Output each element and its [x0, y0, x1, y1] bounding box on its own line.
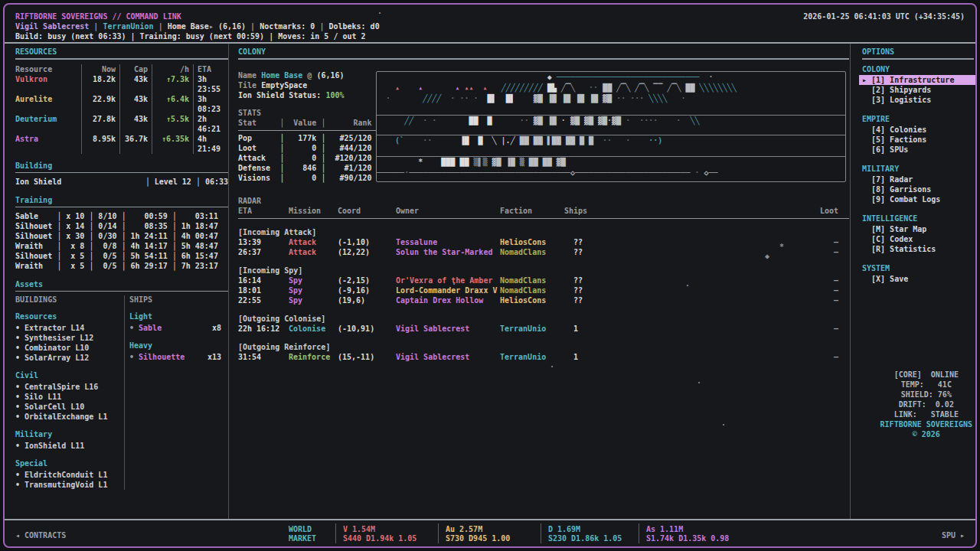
radar-faction: NomadClans	[500, 285, 564, 295]
radar-eta: 31:54	[238, 352, 289, 362]
colony-name[interactable]: Home Base	[261, 71, 302, 80]
colony-info: Name Home Base @ (6,16) Tile EmptySpace …	[238, 70, 345, 100]
option-item-spus[interactable]: [6] SPUs	[862, 145, 974, 155]
option-item-infrastructure[interactable]: ▸ [1] Infrastructure	[859, 75, 977, 85]
dolbeks: Dolbeks: d0	[328, 22, 379, 31]
map-art-segment: █▌	[488, 94, 497, 103]
option-item-factions[interactable]: [5] Factions	[862, 135, 974, 145]
building-group-label: Resources	[15, 311, 119, 321]
bullet-icon: •	[129, 324, 139, 332]
radar-eta: 22h 16:12	[238, 324, 289, 334]
building-item: • OrbitalExchange L1	[15, 412, 119, 422]
option-item-colonies[interactable]: [4] Colonies	[862, 125, 974, 135]
radar-row[interactable]: 31:54Reinforce(15,-11)Vigil SablecrestTe…	[238, 352, 849, 362]
market-cell[interactable]: V 1.54MS440 D1.94k 1.05	[335, 523, 416, 543]
radar-row[interactable]: 22h 16:12Colonise(-10,91)Vigil Sablecres…	[238, 324, 849, 334]
option-item-save[interactable]: [X] Save	[862, 274, 974, 284]
radar-row[interactable]: 13:39Attack(-1,10)TessaluneHeliosCons??–	[238, 237, 849, 247]
building-item: • TransmutingVoid L1	[15, 480, 119, 490]
resource-cap: 43k	[119, 74, 152, 94]
base-coord: (6,16)	[218, 22, 246, 31]
market-cell[interactable]: D 1.69MS230 D1.86k 1.05	[541, 523, 622, 543]
assets-divider	[124, 295, 125, 490]
col-mission: Mission	[289, 206, 338, 216]
map-art-row: ╱╱ · · ██ █ ·· ▓█ ▐█ · ▓█ ▓█ ▓█·▓█ · ···…	[377, 116, 845, 126]
option-item-logistics[interactable]: [3] Logistics	[862, 95, 974, 105]
building-name: Ion Shield	[15, 177, 61, 187]
market-cell[interactable]: Au 2.57MS730 D945 1.00	[438, 523, 510, 543]
option-item-statistics[interactable]: [R] Statistics	[862, 244, 974, 254]
option-item-garrisons[interactable]: [8] Garrisons	[862, 184, 974, 194]
player-status-line: Vigil Sablecrest | TerranUnion | Home Ba…	[15, 22, 380, 31]
spu-nav[interactable]: SPU ▸	[942, 531, 965, 540]
radar-group-label: [Outgoing Colonise]	[238, 314, 849, 324]
command-header: RIFTBORNE SOVEREIGNS // COMMAND LINK 202…	[12, 8, 968, 42]
radar-group-label: [Incoming Attack]	[238, 227, 849, 237]
col-eta: ETA	[238, 206, 289, 216]
radar-row[interactable]: 26:37Attack(12,22)Solun the Star-MarkedN…	[238, 247, 849, 257]
radar-mission: Attack	[289, 237, 338, 247]
ship-label: Silhouette	[139, 353, 185, 361]
radar-ships: ??	[564, 276, 601, 285]
radar-block: RADAR ETA Mission Coord Owner Faction Sh…	[238, 196, 849, 362]
market-cell[interactable]: As 1.11MS1.74k D1.35k 0.98	[639, 523, 729, 543]
options-section: INTELLIGENCE [M] Star Map [C] Codex [R] …	[862, 214, 974, 254]
mid-right-divider	[850, 44, 851, 519]
stat-row: Loot │ 0 │ #44/120	[238, 143, 381, 153]
radar-row[interactable]: 22:55Spy(19,6)Captain Drex HollowHeliosC…	[238, 295, 849, 305]
radar-faction: HeliosCons	[500, 237, 564, 247]
option-item-radar[interactable]: [7] Radar	[862, 174, 974, 184]
col-faction: Faction	[500, 206, 564, 216]
radar-coord: (-9,16)	[338, 285, 396, 295]
map-art-segment: ╱╱╱╱	[423, 94, 441, 103]
training-row: Sable │ x 10 │ 8/10 │ 00:59 │ 03:11	[15, 211, 228, 221]
star-icon: ·	[721, 422, 726, 429]
map-art-segment	[377, 116, 404, 125]
core-status-block: [CORE] ONLINETEMP: 41CSHIELD: 76%DRIFT: …	[880, 370, 972, 439]
map-art-segment: ╱╱	[404, 116, 413, 125]
map-art-segment: (`	[395, 136, 404, 145]
radar-faction: TerranUnio	[500, 352, 564, 362]
radar-row[interactable]: 16:14Spy(-2,15)Or'Vexra of the AmberNoma…	[238, 276, 849, 285]
radar-eta: 26:37	[238, 247, 289, 257]
radar-rule	[238, 218, 849, 219]
radar-row[interactable]: 18:01Spy(-9,16)Lord-Commander Draxx VNom…	[238, 285, 849, 295]
resource-name: Deuterium	[15, 114, 81, 134]
star-icon: ·	[685, 283, 690, 289]
map-art-segment	[423, 158, 441, 166]
col-ships: Ships	[564, 206, 601, 216]
map-art-segment	[377, 136, 395, 145]
radar-faction: TerranUnio	[500, 324, 564, 334]
radar-mission: Attack	[289, 247, 338, 257]
map-art-row: · ╱╱╱╱ · ·· · █▌ █▌ ▓█ ▐█ ▐█ ▐█ ▐█ ▓█ ··…	[377, 93, 845, 104]
stats-rule	[238, 130, 381, 131]
map-band: ◆ ─────────────────────────────── · ▴ ▴ …	[377, 72, 845, 116]
option-item-star-map[interactable]: [M] Star Map	[862, 224, 974, 234]
option-item-shipyards[interactable]: [2] Shipyards	[862, 85, 974, 95]
building-group-label: Military	[15, 429, 119, 439]
ship-name: • Silhouette	[129, 352, 185, 362]
resource-name: Astra	[15, 134, 81, 154]
option-item-codex[interactable]: [C] Codex	[862, 234, 974, 244]
ship-item: • Sablex8	[129, 323, 221, 333]
map-art-segment: ▴▴	[464, 83, 473, 92]
col-resource: Resource	[15, 64, 81, 74]
option-item-combat-logs[interactable]: [9] Combat Logs	[862, 194, 974, 204]
options-rule	[862, 58, 974, 60]
options-section-label: EMPIRE	[862, 114, 974, 124]
options-section-label: COLONY	[862, 64, 974, 74]
options-panel: OPTIONS COLONY▸ [1] Infrastructure [2] S…	[862, 47, 974, 293]
resource-now: 18.2k	[81, 74, 119, 94]
resource-name: Aurelite	[15, 94, 81, 114]
contracts-nav[interactable]: ◂ CONTRACTS	[15, 531, 66, 540]
resource-now: 8.95k	[81, 134, 119, 154]
radar-ships: ??	[564, 295, 601, 305]
options-section-label: INTELLIGENCE	[862, 214, 974, 223]
radar-header: ETA Mission Coord Owner Faction Ships Lo…	[238, 206, 849, 216]
assets-title: Assets	[15, 280, 228, 289]
map-art-segment	[474, 83, 483, 92]
stats-title: STATS	[238, 108, 381, 118]
market-supply-demand: S730 D945 1.00	[446, 534, 510, 543]
base-name[interactable]: Home Base	[168, 22, 209, 31]
build-training-line: Build: busy (next 06:33) | Training: bus…	[15, 32, 366, 41]
